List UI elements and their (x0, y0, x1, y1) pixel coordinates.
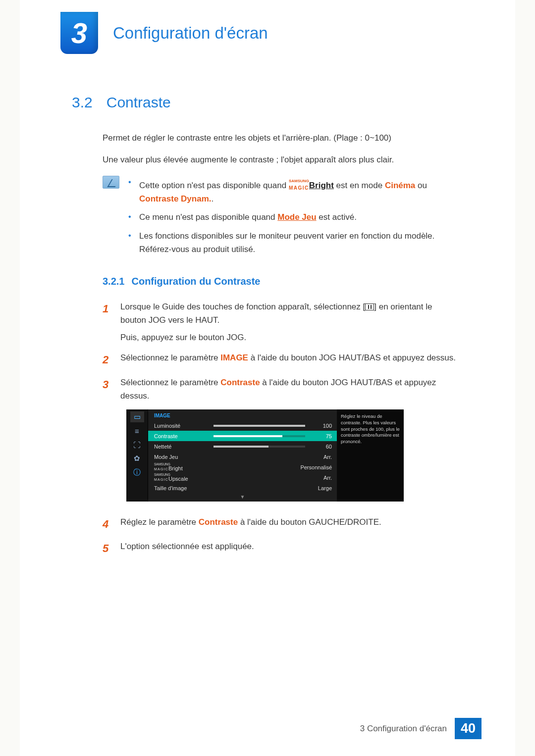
step-number: 2 (103, 351, 111, 368)
osd-settings-icon: ✿ (130, 453, 144, 464)
section-number: 3.2 (72, 94, 93, 111)
osd-row-magic-bright: SAMSUNGMAGICBright Personnalisé (148, 462, 337, 472)
note-icon (103, 176, 119, 189)
intro-paragraph-2: Une valeur plus élevée augmente le contr… (72, 153, 458, 166)
note-block: Cette option n'est pas disponible quand … (72, 176, 458, 261)
step-5: 5 L'option sélectionnée est appliquée. (72, 540, 458, 557)
page-footer: 3 Configuration d'écran 40 (360, 718, 482, 739)
osd-row-luminosite: Luminosité 100 (148, 420, 337, 431)
osd-sidebar: ▭ ≡ ⛶ ✿ ⓘ (126, 409, 148, 502)
subsection-number: 3.2.1 (103, 276, 124, 287)
menu-icon (365, 303, 374, 310)
osd-title: IMAGE (148, 409, 337, 420)
step-number: 4 (103, 515, 111, 533)
chapter-title: Configuration d'écran (113, 24, 268, 43)
osd-row-contraste: Contraste 75 (148, 431, 337, 441)
chapter-header: 3 Configuration d'écran (60, 12, 268, 54)
osd-row-mode-jeu: Mode Jeu Arr. (148, 452, 337, 462)
step-number: 1 (103, 300, 111, 345)
intro-paragraph-1: Permet de régler le contraste entre les … (72, 132, 458, 145)
note-item-3: Les fonctions disponibles sur le moniteu… (128, 229, 458, 256)
step-4: 4 Réglez le paramètre Contraste à l'aide… (72, 515, 458, 533)
note-item-2: Ce menu n'est pas disponible quand Mode … (128, 210, 458, 224)
osd-down-arrow-icon: ▼ (148, 493, 337, 502)
step-3: 3 Sélectionnez le paramètre Contraste à … (72, 376, 458, 403)
osd-row-nettete: Netteté 60 (148, 441, 337, 452)
osd-row-taille-image: Taille d'image Large (148, 483, 337, 493)
step-2: 2 Sélectionnez le paramètre IMAGE à l'ai… (72, 351, 458, 368)
osd-list-icon: ≡ (130, 425, 144, 436)
subsection-heading: 3.2.1 Configuration du Contraste (72, 276, 458, 287)
section-heading: 3.2 Contraste (72, 94, 458, 111)
page-number: 40 (455, 718, 482, 739)
osd-screenshot: ▭ ≡ ⛶ ✿ ⓘ IMAGE Luminosité 100 Contraste (126, 409, 404, 502)
note-item-1: Cette option n'est pas disponible quand … (128, 176, 458, 206)
step-1: 1 Lorsque le Guide des touches de foncti… (72, 300, 458, 345)
osd-row-magic-upscale: SAMSUNGMAGICUpscale Arr. (148, 472, 337, 483)
osd-main: IMAGE Luminosité 100 Contraste 75 Nettet… (148, 409, 337, 502)
subsection-title: Configuration du Contraste (131, 276, 260, 287)
section-title: Contraste (107, 94, 171, 111)
step-number: 5 (103, 540, 111, 557)
chapter-number-badge: 3 (60, 12, 98, 54)
osd-resize-icon: ⛶ (130, 439, 144, 450)
step-number: 3 (103, 376, 111, 403)
footer-text: 3 Configuration d'écran (360, 724, 447, 734)
osd-image-icon: ▭ (130, 411, 144, 422)
osd-help-text: Réglez le niveau de contraste. Plus les … (337, 409, 404, 502)
osd-info-icon: ⓘ (130, 467, 144, 478)
